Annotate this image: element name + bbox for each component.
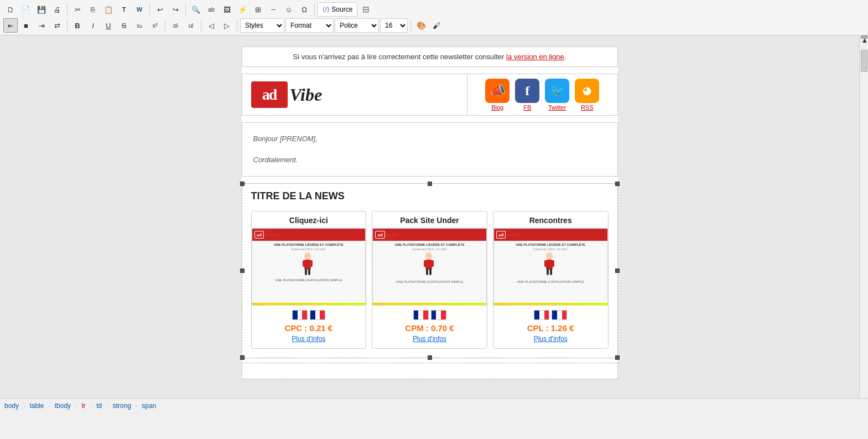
scroll-up-arrow[interactable]: ▲ (861, 35, 867, 39)
screenshot-3-footer: UNE PLATEFORME D'AFFILIATION SIMPLE (517, 280, 584, 283)
handle-top-left[interactable] (240, 182, 245, 186)
replace-button[interactable]: ab (204, 2, 219, 17)
blog-link[interactable]: 📣 Blog (485, 79, 510, 111)
fb-icon: f (515, 79, 539, 103)
align-center-button[interactable]: ■ (19, 18, 33, 33)
special-char-button[interactable]: Ω (297, 2, 311, 17)
logo-vibe-text: Vibe (290, 85, 323, 105)
handle-bot-right[interactable] (615, 355, 620, 360)
unordered-list-button[interactable]: ul (184, 18, 198, 33)
paste-button[interactable]: 📋 (101, 2, 116, 17)
separator-2 (149, 3, 150, 16)
notice-suffix: . (564, 53, 566, 61)
screenshot-2-header: ad · · · · · (373, 229, 486, 241)
product-1-link[interactable]: Plus d'infos (292, 335, 325, 343)
bold-button[interactable]: B (70, 18, 85, 33)
handle-top-right[interactable] (615, 182, 620, 186)
italic-button[interactable]: I (86, 18, 100, 33)
notice-link[interactable]: la version en ligne (506, 53, 564, 61)
handle-bot-left[interactable] (240, 355, 245, 360)
notice-bar: Si vous n'arrivez pas à lire correctemen… (242, 47, 618, 67)
product-2-price-type: CPM (405, 323, 423, 333)
screenshot-2-tagline: UNE PLATEFORME LÉGÈRE ET COMPLÈTE (395, 243, 465, 246)
product-3-link[interactable]: Plus d'infos (534, 335, 568, 343)
nav-dot: · (394, 233, 395, 237)
status-tr[interactable]: tr (81, 402, 85, 410)
svg-rect-8 (424, 260, 427, 267)
screenshot-3-hero (542, 252, 559, 278)
align-justify-button[interactable]: ⇄ (50, 18, 64, 33)
svg-rect-16 (547, 268, 549, 275)
screenshot-2-nav: · · · · · (387, 233, 398, 237)
rss-link[interactable]: ◕ RSS (575, 79, 599, 111)
indent-more-button[interactable]: ▷ (220, 18, 234, 33)
underline-button[interactable]: U (101, 18, 116, 33)
superscript-button[interactable]: x² (148, 18, 162, 33)
cut-button[interactable]: ✂ (70, 2, 85, 17)
nav-dot: · (273, 233, 274, 237)
sep: · (75, 402, 77, 410)
svg-rect-3 (310, 260, 313, 267)
separator-3 (185, 3, 186, 16)
text-color-button[interactable]: 🎨 (414, 18, 428, 33)
copy-button[interactable]: ⎘ (86, 2, 100, 17)
smiley-button[interactable]: ☺ (282, 2, 296, 17)
strikethrough-button[interactable]: S (117, 18, 131, 33)
find-button[interactable]: 🔍 (189, 2, 203, 17)
redo-button[interactable]: ↪ (168, 2, 183, 17)
paste-text-button[interactable]: T (117, 2, 131, 17)
align-left-icon: ⇤ (8, 22, 14, 30)
nav-dot: · (271, 233, 272, 237)
status-td[interactable]: td (96, 402, 102, 410)
twitter-link[interactable]: 🐦 Twitter (545, 79, 569, 111)
handle-mid-right[interactable] (615, 268, 620, 273)
new-button[interactable]: 🗋 (3, 2, 18, 17)
logo-cell: ad Vibe (242, 74, 467, 116)
status-strong[interactable]: strong (113, 402, 131, 410)
screenshot-3-bar (494, 303, 607, 305)
ordered-list-button[interactable]: ol (168, 18, 183, 33)
image-button[interactable]: 🖼 (220, 2, 234, 17)
news-block[interactable]: TITRE DE LA NEWS Cliquez-ici ad · · (242, 183, 618, 358)
subscript-button[interactable]: x₂ (132, 18, 147, 33)
show-blocks-button[interactable]: ⊟ (358, 2, 373, 17)
handle-top-mid[interactable] (428, 182, 432, 186)
bg-color-button[interactable]: 🖌 (429, 18, 444, 33)
toolbar-container: 🗋 📄 💾 🖨 ✂ ⎘ 📋 T W ↩ ↪ 🔍 ab 🖼 ⚡ ⊞ ─ ☺ Ω ⟨… (0, 0, 868, 35)
status-body[interactable]: body (4, 402, 19, 410)
scroll-thumb[interactable] (861, 50, 867, 72)
handle-bot-mid[interactable] (428, 355, 432, 360)
status-tbody[interactable]: tbody (55, 402, 71, 410)
undo-button[interactable]: ↩ (153, 2, 167, 17)
scrollbar-track[interactable]: ▲ (859, 35, 868, 398)
format-dropdown[interactable]: Format Paragraph Heading 1 Heading 2 (285, 18, 334, 33)
styles-dropdown[interactable]: Styles (240, 18, 284, 33)
size-dropdown[interactable]: 8 10 12 14 16 18 24 (380, 18, 408, 33)
print-button[interactable]: 🖨 (50, 2, 64, 17)
align-left-button[interactable]: ⇤ (3, 18, 18, 33)
nav-dot: · (511, 233, 512, 237)
save-button[interactable]: 💾 (34, 2, 49, 17)
mascot-svg-2 (421, 252, 436, 277)
indent-less-button[interactable]: ◁ (204, 18, 219, 33)
source-button[interactable]: ⟨/⟩ Source (318, 2, 357, 17)
product-card-2: Pack Site Under ad · · · · · (372, 211, 487, 349)
svg-rect-17 (550, 268, 552, 275)
flash-button[interactable]: ⚡ (235, 2, 250, 17)
font-dropdown[interactable]: Police Arial Georgia (335, 18, 379, 33)
open-button[interactable]: 📄 (19, 2, 33, 17)
svg-rect-10 (426, 268, 428, 275)
product-2-link[interactable]: Plus d'infos (413, 335, 446, 343)
table-button[interactable]: ⊞ (251, 2, 265, 17)
handle-mid-left[interactable] (240, 268, 245, 273)
status-table[interactable]: table (29, 402, 44, 410)
product-3-flags (534, 310, 567, 320)
paste-word-button[interactable]: W (132, 2, 147, 17)
editor-content[interactable]: Si vous n'arrivez pas à lire correctemen… (0, 35, 859, 398)
screenshot-3-header: ad · · · · · (494, 229, 607, 241)
hr-button[interactable]: ─ (266, 2, 280, 17)
product-1-flags (292, 310, 325, 320)
status-span[interactable]: span (142, 402, 156, 410)
align-right-button[interactable]: ⇥ (34, 18, 49, 33)
fb-link[interactable]: f FB (515, 79, 539, 111)
